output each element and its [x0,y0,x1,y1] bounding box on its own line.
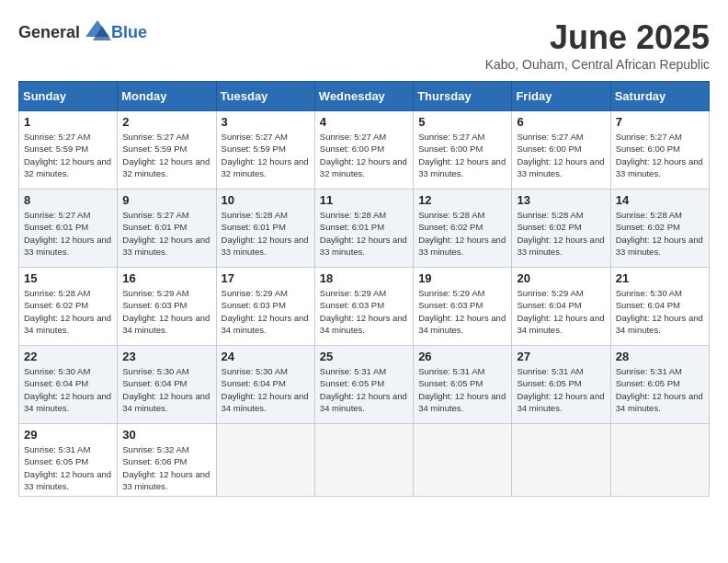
day-info: Sunrise: 5:29 AMSunset: 6:03 PMDaylight:… [418,287,506,336]
empty-cell [414,424,512,497]
day-info: Sunrise: 5:29 AMSunset: 6:04 PMDaylight:… [517,287,605,336]
day-number: 4 [320,115,408,129]
day-number: 29 [24,428,112,442]
day-number: 12 [418,193,506,207]
day-info: Sunrise: 5:27 AMSunset: 5:59 PMDaylight:… [222,131,310,179]
day-cell-16: 16Sunrise: 5:29 AMSunset: 6:03 PMDayligh… [118,268,216,346]
day-cell-10: 10Sunrise: 5:28 AMSunset: 6:01 PMDayligh… [216,190,314,268]
calendar-subtitle: Kabo, Ouham, Central African Republic [485,57,710,72]
day-number: 16 [122,271,210,285]
day-cell-22: 22Sunrise: 5:30 AMSunset: 6:04 PMDayligh… [19,346,118,424]
day-cell-1: 1Sunrise: 5:27 AMSunset: 5:59 PMDaylight… [19,111,118,190]
empty-cell [314,424,413,497]
day-number: 25 [320,350,408,363]
week-row-3: 15Sunrise: 5:28 AMSunset: 6:02 PMDayligh… [19,268,710,346]
day-cell-27: 27Sunrise: 5:31 AMSunset: 6:05 PMDayligh… [512,346,610,424]
day-number: 22 [24,350,112,363]
calendar-table: SundayMondayTuesdayWednesdayThursdayFrid… [18,81,710,497]
header: General Blue June 2025 Kabo, Ouham, Cent… [18,18,710,72]
col-header-thursday: Thursday [414,82,512,111]
col-header-monday: Monday [118,82,216,111]
day-number: 30 [122,428,210,442]
day-number: 1 [24,115,112,129]
week-row-1: 1Sunrise: 5:27 AMSunset: 5:59 PMDaylight… [19,111,710,190]
day-number: 18 [320,271,408,285]
title-area: June 2025 Kabo, Ouham, Central African R… [485,18,710,72]
day-info: Sunrise: 5:27 AMSunset: 6:00 PMDaylight:… [418,131,506,179]
col-header-friday: Friday [512,82,610,111]
day-info: Sunrise: 5:29 AMSunset: 6:03 PMDaylight:… [320,287,408,336]
day-number: 15 [24,271,112,285]
day-info: Sunrise: 5:31 AMSunset: 6:05 PMDaylight:… [418,365,506,414]
day-cell-15: 15Sunrise: 5:28 AMSunset: 6:02 PMDayligh… [19,268,118,346]
day-number: 26 [418,350,506,363]
day-info: Sunrise: 5:30 AMSunset: 6:04 PMDaylight:… [24,365,112,414]
day-cell-11: 11Sunrise: 5:28 AMSunset: 6:01 PMDayligh… [314,190,413,268]
logo-icon [84,18,111,46]
day-cell-6: 6Sunrise: 5:27 AMSunset: 6:00 PMDaylight… [512,111,610,190]
day-number: 19 [418,271,506,285]
day-number: 28 [616,350,704,363]
logo-general: General [18,23,80,42]
day-info: Sunrise: 5:27 AMSunset: 5:59 PMDaylight:… [122,131,210,179]
day-number: 2 [122,115,210,129]
day-cell-26: 26Sunrise: 5:31 AMSunset: 6:05 PMDayligh… [414,346,512,424]
day-info: Sunrise: 5:31 AMSunset: 6:05 PMDaylight:… [24,443,112,492]
day-number: 20 [517,271,605,285]
day-cell-14: 14Sunrise: 5:28 AMSunset: 6:02 PMDayligh… [610,190,709,268]
col-header-tuesday: Tuesday [216,82,314,111]
day-info: Sunrise: 5:30 AMSunset: 6:04 PMDaylight:… [122,365,210,414]
col-header-saturday: Saturday [610,82,709,111]
col-header-sunday: Sunday [19,82,118,111]
calendar-title: June 2025 [485,18,710,57]
day-cell-30: 30Sunrise: 5:32 AMSunset: 6:06 PMDayligh… [118,424,216,497]
week-row-2: 8Sunrise: 5:27 AMSunset: 6:01 PMDaylight… [19,190,710,268]
header-row: SundayMondayTuesdayWednesdayThursdayFrid… [19,82,710,111]
day-cell-17: 17Sunrise: 5:29 AMSunset: 6:03 PMDayligh… [216,268,314,346]
logo: General Blue [18,18,147,46]
day-number: 17 [222,271,310,285]
day-info: Sunrise: 5:28 AMSunset: 6:02 PMDaylight:… [616,209,704,258]
empty-cell [216,424,314,497]
day-info: Sunrise: 5:27 AMSunset: 5:59 PMDaylight:… [24,131,112,179]
day-number: 7 [616,115,704,129]
day-cell-3: 3Sunrise: 5:27 AMSunset: 5:59 PMDaylight… [216,111,314,190]
day-info: Sunrise: 5:31 AMSunset: 6:05 PMDaylight:… [320,365,408,414]
day-cell-13: 13Sunrise: 5:28 AMSunset: 6:02 PMDayligh… [512,190,610,268]
day-cell-23: 23Sunrise: 5:30 AMSunset: 6:04 PMDayligh… [118,346,216,424]
day-cell-21: 21Sunrise: 5:30 AMSunset: 6:04 PMDayligh… [610,268,709,346]
day-info: Sunrise: 5:27 AMSunset: 6:01 PMDaylight:… [24,209,112,258]
day-number: 24 [222,350,310,363]
day-number: 14 [616,193,704,207]
day-info: Sunrise: 5:27 AMSunset: 6:00 PMDaylight:… [517,131,605,179]
empty-cell [512,424,610,497]
day-number: 11 [320,193,408,207]
day-cell-28: 28Sunrise: 5:31 AMSunset: 6:05 PMDayligh… [610,346,709,424]
logo-blue: Blue [111,23,147,42]
day-info: Sunrise: 5:28 AMSunset: 6:02 PMDaylight:… [418,209,506,258]
day-cell-29: 29Sunrise: 5:31 AMSunset: 6:05 PMDayligh… [19,424,118,497]
day-number: 27 [517,350,605,363]
day-info: Sunrise: 5:28 AMSunset: 6:01 PMDaylight:… [222,209,310,258]
week-row-5: 29Sunrise: 5:31 AMSunset: 6:05 PMDayligh… [19,424,710,497]
day-info: Sunrise: 5:27 AMSunset: 6:00 PMDaylight:… [320,131,408,179]
day-number: 10 [222,193,310,207]
day-cell-8: 8Sunrise: 5:27 AMSunset: 6:01 PMDaylight… [19,190,118,268]
day-info: Sunrise: 5:28 AMSunset: 6:02 PMDaylight:… [24,287,112,336]
day-cell-12: 12Sunrise: 5:28 AMSunset: 6:02 PMDayligh… [414,190,512,268]
day-cell-19: 19Sunrise: 5:29 AMSunset: 6:03 PMDayligh… [414,268,512,346]
day-info: Sunrise: 5:30 AMSunset: 6:04 PMDaylight:… [616,287,704,336]
day-cell-25: 25Sunrise: 5:31 AMSunset: 6:05 PMDayligh… [314,346,413,424]
day-number: 6 [517,115,605,129]
day-cell-20: 20Sunrise: 5:29 AMSunset: 6:04 PMDayligh… [512,268,610,346]
day-info: Sunrise: 5:31 AMSunset: 6:05 PMDaylight:… [616,365,704,414]
day-number: 3 [222,115,310,129]
day-info: Sunrise: 5:28 AMSunset: 6:02 PMDaylight:… [517,209,605,258]
day-info: Sunrise: 5:30 AMSunset: 6:04 PMDaylight:… [222,365,310,414]
week-row-4: 22Sunrise: 5:30 AMSunset: 6:04 PMDayligh… [19,346,710,424]
day-cell-18: 18Sunrise: 5:29 AMSunset: 6:03 PMDayligh… [314,268,413,346]
day-cell-9: 9Sunrise: 5:27 AMSunset: 6:01 PMDaylight… [118,190,216,268]
day-cell-7: 7Sunrise: 5:27 AMSunset: 6:00 PMDaylight… [610,111,709,190]
day-info: Sunrise: 5:29 AMSunset: 6:03 PMDaylight:… [222,287,310,336]
day-number: 5 [418,115,506,129]
